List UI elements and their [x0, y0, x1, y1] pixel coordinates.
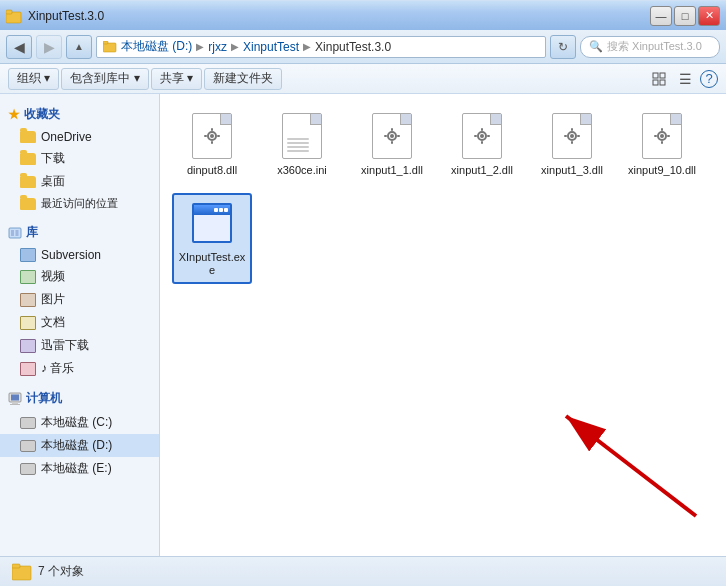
- svg-rect-6: [653, 80, 658, 85]
- sidebar-item-thunder[interactable]: 迅雷下载: [0, 334, 159, 357]
- file-item-dinput8[interactable]: dinput8.dll: [172, 106, 252, 183]
- sidebar: ★ 收藏夹 OneDrive 下载 桌面 最近访问的位置: [0, 94, 160, 556]
- up-button[interactable]: ▲: [66, 35, 92, 59]
- view-list-button[interactable]: ☰: [674, 68, 696, 90]
- file-label-xinput1-1: xinput1_1.dll: [361, 164, 423, 177]
- sidebar-item-pictures[interactable]: 图片: [0, 288, 159, 311]
- folder-icon-downloads: [20, 153, 36, 165]
- back-button[interactable]: ◀: [6, 35, 32, 59]
- gear-icon-xinput1-3: [562, 126, 582, 146]
- svg-point-40: [660, 134, 664, 138]
- sidebar-item-recent[interactable]: 最近访问的位置: [0, 193, 159, 214]
- folder-icon-desktop: [20, 176, 36, 188]
- path-sep-0: ▶: [196, 41, 204, 52]
- file-label-xinputtest-exe: XInputTest.exe: [176, 251, 248, 277]
- address-path[interactable]: 本地磁盘 (D:) ▶ rjxz ▶ XinputTest ▶ XinputTe…: [96, 36, 546, 58]
- sidebar-item-desktop[interactable]: 桌面: [0, 170, 159, 193]
- svg-point-22: [390, 134, 394, 138]
- file-item-xinputtest-exe[interactable]: XInputTest.exe: [172, 193, 252, 283]
- refresh-button[interactable]: ↻: [550, 35, 576, 59]
- svg-rect-38: [577, 135, 580, 137]
- search-placeholder: 搜索 XinputTest.3.0: [607, 39, 702, 54]
- maximize-button[interactable]: □: [674, 6, 696, 26]
- view-grid-button[interactable]: [648, 68, 670, 90]
- doc-icon-x360ce: [282, 113, 322, 159]
- svg-rect-37: [564, 135, 567, 137]
- sidebar-label-downloads: 下载: [41, 150, 65, 167]
- path-sep-2: ▶: [303, 41, 311, 52]
- svg-rect-2: [103, 43, 116, 52]
- sidebar-favorites-label: 收藏夹: [24, 106, 60, 123]
- file-item-xinput1-1[interactable]: xinput1_1.dll: [352, 106, 432, 183]
- lib-icon-videos: [20, 270, 36, 284]
- file-icon-xinput1-2: [458, 112, 506, 160]
- minimize-button[interactable]: —: [650, 6, 672, 26]
- sidebar-item-onedrive[interactable]: OneDrive: [0, 127, 159, 147]
- close-button[interactable]: ✕: [698, 6, 720, 26]
- sidebar-label-disk-e: 本地磁盘 (E:): [41, 460, 112, 477]
- svg-point-16: [210, 134, 214, 138]
- path-part-1: rjxz: [208, 40, 227, 54]
- sidebar-label-onedrive: OneDrive: [41, 130, 92, 144]
- svg-rect-48: [12, 564, 20, 568]
- svg-rect-13: [12, 402, 18, 404]
- lib-icon-pictures: [20, 293, 36, 307]
- svg-rect-32: [487, 135, 490, 137]
- file-icon-dinput8: [188, 112, 236, 160]
- sidebar-item-downloads[interactable]: 下载: [0, 147, 159, 170]
- svg-rect-41: [661, 128, 663, 131]
- sidebar-item-disk-c[interactable]: 本地磁盘 (C:): [0, 411, 159, 434]
- sidebar-header-favorites[interactable]: ★ 收藏夹: [0, 102, 159, 127]
- sidebar-item-music[interactable]: ♪ 音乐: [0, 357, 159, 380]
- doc-icon-dinput8: [192, 113, 232, 159]
- library-button[interactable]: 包含到库中 ▾: [61, 68, 148, 90]
- svg-point-28: [480, 134, 484, 138]
- sidebar-item-disk-d[interactable]: 本地磁盘 (D:): [0, 434, 159, 457]
- sidebar-item-documents[interactable]: 文档: [0, 311, 159, 334]
- exe-titlebar: [194, 205, 230, 215]
- sidebar-header-computer[interactable]: 计算机: [0, 386, 159, 411]
- svg-line-46: [566, 416, 696, 516]
- content-area: dinput8.dll x360ce.ini: [160, 94, 726, 556]
- disk-icon-c: [20, 417, 36, 429]
- help-button[interactable]: ?: [700, 70, 718, 88]
- file-label-xinput9-10: xinput9_10.dll: [628, 164, 696, 177]
- file-item-xinput9-10[interactable]: xinput9_10.dll: [622, 106, 702, 183]
- file-item-xinput1-3[interactable]: xinput1_3.dll: [532, 106, 612, 183]
- sidebar-item-subversion[interactable]: Subversion: [0, 245, 159, 265]
- exe-body: [194, 215, 230, 241]
- svg-rect-25: [384, 135, 387, 137]
- doc-icon-xinput1-3: [552, 113, 592, 159]
- star-icon: ★: [8, 107, 20, 122]
- file-item-xinput1-2[interactable]: xinput1_2.dll: [442, 106, 522, 183]
- search-box[interactable]: 🔍 搜索 XinputTest.3.0: [580, 36, 720, 58]
- sidebar-section-libraries: 库 Subversion 视频 图片 文档 迅雷下载: [0, 220, 159, 380]
- new-folder-button[interactable]: 新建文件夹: [204, 68, 282, 90]
- file-icon-xinput1-1: [368, 112, 416, 160]
- library-icon: [8, 226, 22, 240]
- share-button[interactable]: 共享 ▾: [151, 68, 202, 90]
- disk-icon-d: [20, 440, 36, 452]
- folder-status-icon: [12, 562, 32, 582]
- sidebar-item-videos[interactable]: 视频: [0, 265, 159, 288]
- sidebar-header-libraries[interactable]: 库: [0, 220, 159, 245]
- sidebar-section-computer: 计算机 本地磁盘 (C:) 本地磁盘 (D:) 本地磁盘 (E:): [0, 386, 159, 480]
- path-sep-1: ▶: [231, 41, 239, 52]
- sidebar-computer-label: 计算机: [26, 390, 62, 407]
- disk-icon-e: [20, 463, 36, 475]
- sidebar-item-disk-e[interactable]: 本地磁盘 (E:): [0, 457, 159, 480]
- organize-button[interactable]: 组织 ▾: [8, 68, 59, 90]
- grid-icon: [652, 72, 666, 86]
- forward-button[interactable]: ▶: [36, 35, 62, 59]
- svg-rect-12: [11, 394, 19, 400]
- file-icon-xinputtest-exe: [188, 199, 236, 247]
- sidebar-label-videos: 视频: [41, 268, 65, 285]
- svg-rect-20: [217, 135, 220, 137]
- svg-rect-9: [11, 230, 14, 236]
- file-item-x360ce[interactable]: x360ce.ini: [262, 106, 342, 183]
- svg-rect-44: [667, 135, 670, 137]
- gear-icon-xinput1-2: [472, 126, 492, 146]
- address-bar: ◀ ▶ ▲ 本地磁盘 (D:) ▶ rjxz ▶ XinputTest ▶ Xi…: [0, 30, 726, 64]
- folder-icon: [6, 8, 22, 24]
- svg-rect-4: [653, 73, 658, 78]
